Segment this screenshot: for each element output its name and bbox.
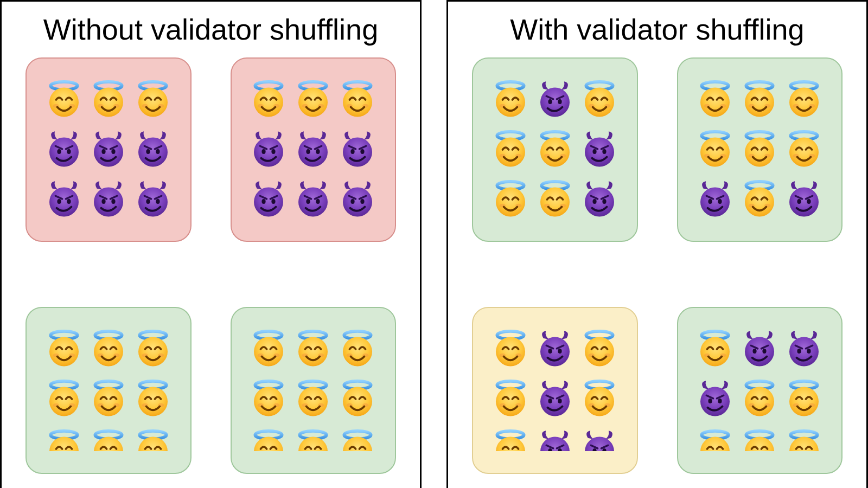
validator-row	[44, 330, 173, 369]
angel-icon	[491, 130, 530, 169]
validator-row	[491, 180, 619, 219]
angel-icon	[491, 330, 530, 369]
devil-icon	[133, 130, 173, 169]
validator-row	[491, 130, 619, 169]
devil-icon	[784, 180, 824, 219]
angel-icon	[249, 380, 288, 419]
committee-card	[472, 307, 638, 474]
angel-icon	[535, 130, 575, 169]
devil-icon	[133, 180, 173, 219]
angel-icon	[491, 80, 530, 119]
angel-icon	[293, 330, 333, 369]
validator-row	[491, 429, 619, 451]
validator-row	[491, 80, 619, 119]
angel-icon	[293, 380, 333, 419]
angel-icon	[293, 429, 333, 451]
committee-grid-with	[472, 57, 843, 474]
angel-icon	[133, 80, 173, 119]
angel-icon	[580, 80, 619, 119]
devil-icon	[338, 180, 377, 219]
validator-row	[249, 429, 377, 451]
angel-icon	[695, 330, 735, 369]
devil-icon	[338, 130, 377, 169]
angel-icon	[695, 429, 735, 451]
angel-icon	[491, 429, 530, 451]
angel-icon	[784, 80, 824, 119]
angel-icon	[44, 429, 84, 451]
devil-icon	[580, 180, 619, 219]
validator-row	[249, 330, 377, 369]
validator-row	[695, 80, 824, 119]
devil-icon	[293, 130, 333, 169]
validator-row	[491, 380, 619, 419]
validator-row	[695, 330, 824, 369]
devil-icon	[89, 180, 128, 219]
validator-row	[44, 180, 173, 219]
committee-card	[231, 57, 397, 242]
devil-icon	[784, 330, 824, 369]
angel-icon	[338, 330, 377, 369]
devil-icon	[695, 380, 735, 419]
angel-icon	[89, 429, 128, 451]
panel-with-shuffling: With validator shuffling	[446, 0, 868, 488]
angel-icon	[44, 80, 84, 119]
angel-icon	[740, 130, 779, 169]
angel-icon	[491, 380, 530, 419]
angel-icon	[535, 180, 575, 219]
angel-icon	[249, 80, 288, 119]
validator-row	[695, 180, 824, 219]
panel-title-without: Without validator shuffling	[25, 14, 396, 46]
diagram-stage: Without validator shuffling	[0, 0, 868, 488]
angel-icon	[580, 330, 619, 369]
devil-icon	[535, 330, 575, 369]
validator-row	[491, 330, 619, 369]
committee-card	[25, 57, 192, 242]
validator-row	[44, 80, 173, 119]
devil-icon	[535, 80, 575, 119]
angel-icon	[784, 380, 824, 419]
angel-icon	[293, 80, 333, 119]
devil-icon	[535, 380, 575, 419]
validator-row	[44, 380, 173, 419]
validator-row	[249, 180, 377, 219]
angel-icon	[740, 80, 779, 119]
devil-icon	[580, 429, 619, 451]
devil-icon	[535, 429, 575, 451]
devil-icon	[44, 180, 84, 219]
devil-icon	[293, 180, 333, 219]
angel-icon	[695, 130, 735, 169]
committee-card	[25, 307, 192, 474]
devil-icon	[44, 130, 84, 169]
angel-icon	[784, 130, 824, 169]
angel-icon	[740, 380, 779, 419]
angel-icon	[133, 330, 173, 369]
validator-row	[695, 429, 824, 451]
angel-icon	[133, 429, 173, 451]
validator-row	[695, 130, 824, 169]
validator-row	[249, 80, 377, 119]
angel-icon	[695, 80, 735, 119]
validator-row	[249, 130, 377, 169]
angel-icon	[133, 380, 173, 419]
angel-icon	[249, 429, 288, 451]
devil-icon	[695, 180, 735, 219]
committee-card	[677, 57, 843, 242]
committee-grid-without	[25, 57, 396, 474]
committee-card	[231, 307, 397, 474]
committee-card	[677, 307, 843, 474]
angel-icon	[740, 429, 779, 451]
devil-icon	[249, 130, 288, 169]
panel-title-with: With validator shuffling	[472, 14, 843, 46]
angel-icon	[491, 180, 530, 219]
validator-row	[44, 429, 173, 451]
angel-icon	[44, 330, 84, 369]
angel-icon	[89, 80, 128, 119]
committee-card	[472, 57, 638, 242]
angel-icon	[338, 80, 377, 119]
validator-row	[249, 380, 377, 419]
angel-icon	[249, 330, 288, 369]
angel-icon	[740, 180, 779, 219]
validator-row	[44, 130, 173, 169]
angel-icon	[338, 380, 377, 419]
angel-icon	[89, 330, 128, 369]
